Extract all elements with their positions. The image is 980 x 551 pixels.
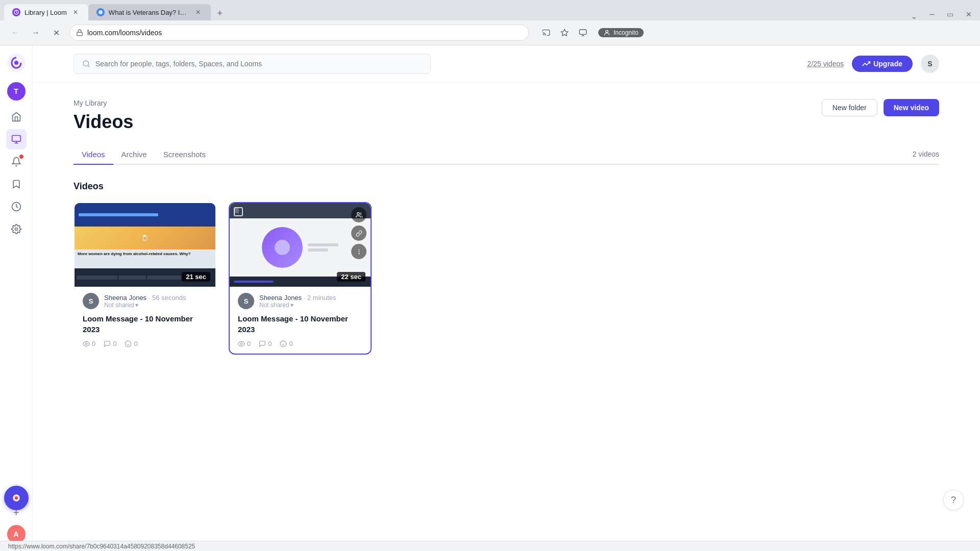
address-bar[interactable]: loom.com/looms/videos [69, 24, 529, 41]
card1-comments: 0 [104, 340, 116, 347]
share-people-icon[interactable] [351, 207, 366, 222]
views-icon-2 [238, 340, 245, 347]
page-title: Videos [74, 111, 133, 133]
videos-grid: 🍺 More women are dying from alcohol-rela… [74, 202, 939, 355]
card1-sharing[interactable]: Not shared ▾ [104, 302, 207, 309]
user-avatar[interactable]: S [921, 55, 939, 73]
content-tabs: Videos Archive Screenshots 2 videos [74, 145, 939, 165]
restore-button[interactable]: ▭ [943, 8, 958, 20]
team-avatar[interactable]: T [7, 82, 26, 101]
svg-point-10 [14, 61, 18, 65]
content-header: 2/25 videos Upgrade S [33, 45, 980, 83]
card2-overlay-icons [351, 207, 366, 259]
svg-rect-5 [579, 30, 586, 34]
upgrade-button[interactable]: Upgrade [852, 56, 913, 72]
status-url: https://www.loom.com/share/7b0c9640314a4… [8, 543, 195, 550]
svg-point-24 [240, 343, 242, 345]
svg-line-15 [88, 65, 89, 67]
card1-user-row: S Sheena Jones · 56 seconds Not shared [83, 293, 207, 309]
tab-close-1[interactable]: ✕ [71, 8, 80, 17]
card2-stats: 0 0 0 [238, 340, 362, 347]
sidebar-item-videos[interactable] [6, 129, 27, 149]
new-video-button[interactable]: New video [884, 99, 939, 116]
tab-title-2: What is Veterans Day? Is it a fed... [109, 9, 189, 16]
search-icon [82, 60, 90, 68]
breadcrumb: My Library [74, 99, 133, 107]
sidebar-item-history[interactable] [6, 196, 27, 217]
svg-point-23 [358, 253, 359, 254]
svg-point-25 [281, 341, 287, 347]
tab-screenshots[interactable]: Screenshots [155, 145, 214, 165]
svg-rect-11 [12, 136, 20, 142]
screen-cast-icon[interactable] [539, 26, 553, 40]
loom-logo[interactable] [7, 54, 26, 72]
card1-avatar: S [83, 293, 99, 309]
card2-user-info: Sheena Jones · 2 minutes Not shared ▾ [259, 294, 362, 309]
videos-count: 2 videos [913, 145, 939, 164]
reactions-icon [125, 340, 132, 347]
tab-list-button[interactable]: ⌄ [907, 12, 921, 20]
lock-icon [76, 29, 83, 36]
card2-reactions: 0 [280, 340, 292, 347]
tab-videos[interactable]: Videos [74, 145, 113, 165]
video-card-2-body: S Sheena Jones · 2 minutes Not shared [230, 287, 371, 354]
svg-rect-2 [77, 32, 83, 35]
sidebar-item-settings[interactable] [6, 219, 27, 239]
videos-section-title: Videos [74, 181, 104, 192]
comments-icon-2 [259, 340, 266, 347]
header-right: 2/25 videos Upgrade S [807, 55, 939, 73]
status-bar: https://www.loom.com/share/7b0c9640314a4… [0, 541, 980, 551]
card2-title: Loom Message - 10 November 2023 [238, 313, 362, 335]
new-folder-button[interactable]: New folder [822, 99, 877, 116]
video-count: 2/25 videos [807, 60, 844, 68]
card2-sharing[interactable]: Not shared ▾ [259, 302, 362, 309]
video-card-1-body: S Sheena Jones · 56 seconds Not shared [75, 287, 215, 354]
reload-button[interactable]: ✕ [49, 26, 63, 40]
comments-icon [104, 340, 111, 347]
search-input[interactable] [95, 60, 422, 68]
more-options-icon[interactable] [351, 244, 366, 259]
card2-views: 0 [238, 340, 251, 347]
new-tab-button[interactable]: + [213, 6, 227, 20]
video-card-2[interactable]: 22 sec S Sheena Jones · 2 minut [229, 202, 372, 355]
url-text: loom.com/looms/videos [87, 29, 162, 37]
star-icon[interactable] [557, 26, 572, 40]
card1-title: Loom Message - 10 November 2023 [83, 313, 207, 335]
sidebar-item-home[interactable] [6, 107, 27, 127]
minimize-button[interactable]: ─ [925, 8, 939, 20]
tab-title-1: Library | Loom [24, 9, 67, 16]
notification-dot [19, 155, 23, 159]
video-card-1[interactable]: 🍺 More women are dying from alcohol-rela… [74, 202, 216, 355]
browser-tab-1[interactable]: Library | Loom ✕ [4, 4, 88, 20]
search-bar[interactable] [74, 54, 431, 74]
link-icon[interactable] [351, 226, 366, 241]
video2-duration: 22 sec [337, 272, 365, 282]
back-button[interactable]: ← [8, 26, 22, 40]
browser-tab-2[interactable]: What is Veterans Day? Is it a fed... ✕ [88, 4, 211, 20]
record-button[interactable] [4, 486, 29, 510]
video-thumbnail-1: 🍺 More women are dying from alcohol-rela… [75, 203, 215, 287]
card1-user-info: Sheena Jones · 56 seconds Not shared ▾ [104, 294, 207, 309]
incognito-badge[interactable]: Incognito [598, 28, 644, 37]
card1-reactions: 0 [125, 340, 137, 347]
svg-point-1 [99, 10, 103, 14]
extension-icon[interactable] [576, 26, 590, 40]
svg-point-22 [358, 249, 359, 250]
close-button[interactable]: ✕ [962, 8, 976, 20]
tab-archive[interactable]: Archive [113, 145, 155, 165]
svg-point-14 [83, 61, 89, 66]
tab-close-2[interactable]: ✕ [193, 8, 203, 17]
sidebar-item-notifications[interactable] [6, 152, 27, 172]
video1-duration: 21 sec [182, 272, 210, 282]
card1-user-name: Sheena Jones · 56 seconds [104, 294, 207, 302]
card2-comments: 0 [259, 340, 272, 347]
views-icon [83, 340, 90, 347]
tab-favicon-2 [96, 8, 105, 16]
sidebar: T [0, 45, 33, 551]
video-thumbnail-2: 22 sec [230, 203, 371, 287]
page-actions: New folder New video [822, 99, 939, 116]
card2-checkbox[interactable] [234, 207, 243, 216]
help-button[interactable]: ? [943, 490, 964, 510]
forward-button[interactable]: → [29, 26, 43, 40]
sidebar-item-bookmarks[interactable] [6, 174, 27, 194]
